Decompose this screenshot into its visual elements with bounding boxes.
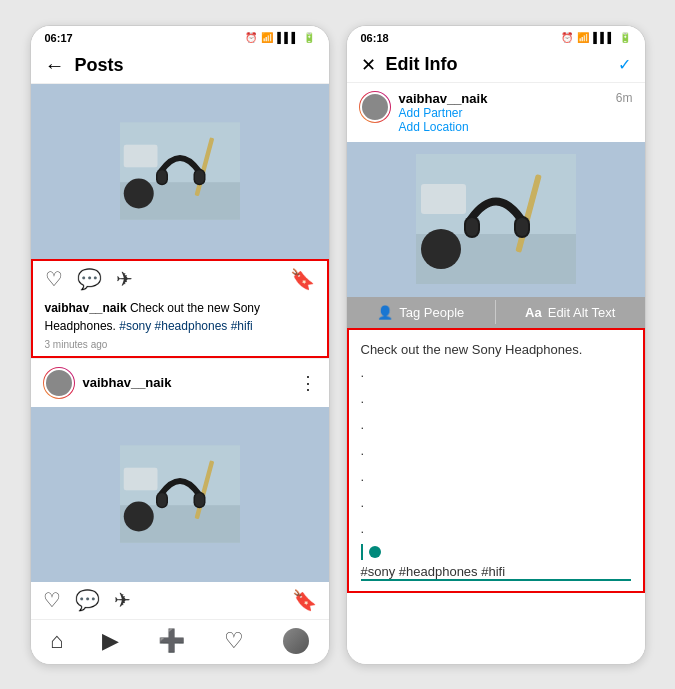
avatar-img-2: [44, 368, 74, 398]
avatar-2: [43, 367, 75, 399]
svg-rect-25: [466, 218, 478, 236]
left-status-time: 06:17: [45, 32, 73, 44]
right-avatar-img: [360, 92, 390, 122]
share-icon-2[interactable]: ✈: [114, 588, 131, 612]
back-arrow-icon[interactable]: ←: [45, 54, 65, 77]
svg-point-12: [123, 502, 153, 532]
right-alarm-icon: ⏰: [561, 32, 573, 43]
svg-point-21: [421, 229, 461, 269]
right-wifi-icon: 📶: [577, 32, 589, 43]
profile-nav-avatar[interactable]: [283, 628, 309, 654]
action-bar-2: ♡ 💬 ✈ 🔖: [31, 582, 329, 618]
svg-rect-13: [123, 468, 157, 491]
comment-icon[interactable]: 💬: [77, 267, 102, 291]
tag-edit-bar: 👤 Tag People Aa Edit Alt Text: [347, 297, 645, 328]
right-post-image: [347, 142, 645, 297]
home-nav-icon[interactable]: ⌂: [50, 628, 63, 654]
post-username-2: vaibhav__naik: [83, 375, 291, 390]
svg-rect-26: [516, 218, 528, 236]
caption-bottom-underline: [361, 579, 631, 581]
action-bar-1: ♡ 💬 ✈ 🔖: [33, 261, 327, 297]
post-more-icon-2[interactable]: ⋮: [299, 372, 317, 394]
left-bottom-nav: ⌂ ▶ ➕ ♡: [31, 619, 329, 664]
right-status-time: 06:18: [361, 32, 389, 44]
post-image-1: [31, 84, 329, 259]
add-location-link[interactable]: Add Location: [399, 120, 608, 134]
svg-rect-8: [195, 170, 204, 184]
post-header-2: vaibhav__naik ⋮: [31, 359, 329, 407]
text-cursor: [361, 544, 363, 560]
confirm-check-icon[interactable]: ✓: [618, 55, 631, 74]
caption-edit-highlight: Check out the new Sony Headphones. . . .…: [347, 328, 645, 594]
right-nav-title: Edit Info: [386, 54, 458, 75]
add-partner-link[interactable]: Add Partner: [399, 106, 608, 120]
close-icon[interactable]: ✕: [361, 54, 376, 76]
bookmark-icon-1[interactable]: 🔖: [290, 267, 315, 291]
headphones-illustration-2: [120, 444, 240, 544]
edit-info-scroll: vaibhav__naik Add Partner Add Location 6…: [347, 83, 645, 664]
caption-textarea-area[interactable]: Check out the new Sony Headphones. . . .…: [349, 330, 643, 592]
post-item-1: ♡ 💬 ✈ 🔖 vaibhav__naik Check out the new …: [31, 84, 329, 359]
caption-spacer-dots: . . . . . . .: [361, 360, 631, 542]
right-signal-icon: ▌▌▌: [593, 32, 614, 43]
heart-nav-icon[interactable]: ♡: [224, 628, 244, 654]
tag-people-label: Tag People: [399, 305, 464, 320]
svg-rect-16: [157, 493, 166, 507]
post-item-2: vaibhav__naik ⋮ ♡ 💬: [31, 359, 329, 619]
left-status-bar: 06:17 ⏰ 📶 ▌▌▌ 🔋: [31, 26, 329, 48]
edit-alt-text-button[interactable]: Aa Edit Alt Text: [496, 297, 645, 328]
signal-icon: ▌▌▌: [277, 32, 298, 43]
post-hashtags-1: #sony #headphones #hifi: [119, 319, 252, 333]
alarm-icon: ⏰: [245, 32, 257, 43]
headphones-illustration-1: [120, 121, 240, 221]
user-info-col: vaibhav__naik Add Partner Add Location: [399, 91, 608, 134]
right-status-icons: ⏰ 📶 ▌▌▌ 🔋: [561, 32, 630, 43]
alt-text-label-aa: Aa: [525, 305, 542, 320]
bookmark-icon-2[interactable]: 🔖: [292, 588, 317, 612]
person-icon: 👤: [377, 305, 393, 320]
user-row: vaibhav__naik Add Partner Add Location 6…: [347, 83, 645, 142]
svg-rect-4: [123, 145, 157, 168]
tag-people-button[interactable]: 👤 Tag People: [347, 297, 496, 328]
svg-rect-22: [421, 184, 466, 214]
caption-main-text: Check out the new Sony Headphones.: [361, 340, 631, 361]
post-time-1: 3 minutes ago: [33, 337, 327, 356]
comment-icon-2[interactable]: 💬: [75, 588, 100, 612]
reels-nav-icon[interactable]: ▶: [102, 628, 119, 654]
svg-rect-17: [195, 493, 204, 507]
svg-rect-7: [157, 170, 166, 184]
share-icon[interactable]: ✈: [116, 267, 133, 291]
like-icon[interactable]: ♡: [45, 267, 63, 291]
right-avatar: [359, 91, 391, 123]
caption-hashtags-text: #sony #headphones #hifi: [361, 564, 631, 579]
right-nav-bar: ✕ Edit Info ✓: [347, 48, 645, 83]
edit-alt-text-label: Edit Alt Text: [548, 305, 616, 320]
left-status-icons: ⏰ 📶 ▌▌▌ 🔋: [245, 32, 314, 43]
left-phone: 06:17 ⏰ 📶 ▌▌▌ 🔋 ← Posts: [30, 25, 330, 665]
right-phone: 06:18 ⏰ 📶 ▌▌▌ 🔋 ✕ Edit Info ✓ vaibhav__n…: [346, 25, 646, 665]
right-battery-icon: 🔋: [619, 32, 631, 43]
left-nav-bar: ← Posts: [31, 48, 329, 84]
add-nav-icon[interactable]: ➕: [158, 628, 185, 654]
svg-point-3: [123, 179, 153, 209]
cursor-row: [361, 542, 631, 560]
right-status-bar: 06:18 ⏰ 📶 ▌▌▌ 🔋: [347, 26, 645, 48]
posts-scroll[interactable]: ♡ 💬 ✈ 🔖 vaibhav__naik Check out the new …: [31, 84, 329, 619]
post-image-2: [31, 407, 329, 582]
post-caption-1: vaibhav__naik Check out the new Sony Hea…: [33, 297, 327, 337]
battery-icon: 🔋: [303, 32, 315, 43]
action-bar-highlight-1: ♡ 💬 ✈ 🔖 vaibhav__naik Check out the new …: [31, 259, 329, 358]
left-nav-title: Posts: [75, 55, 124, 76]
right-username: vaibhav__naik: [399, 91, 608, 106]
like-icon-2[interactable]: ♡: [43, 588, 61, 612]
teal-selection-dot: [369, 546, 381, 558]
right-headphones-illustration: [416, 154, 576, 284]
wifi-icon: 📶: [261, 32, 273, 43]
post-username-inline-1: vaibhav__naik: [45, 301, 127, 315]
right-time-ago: 6m: [616, 91, 633, 105]
